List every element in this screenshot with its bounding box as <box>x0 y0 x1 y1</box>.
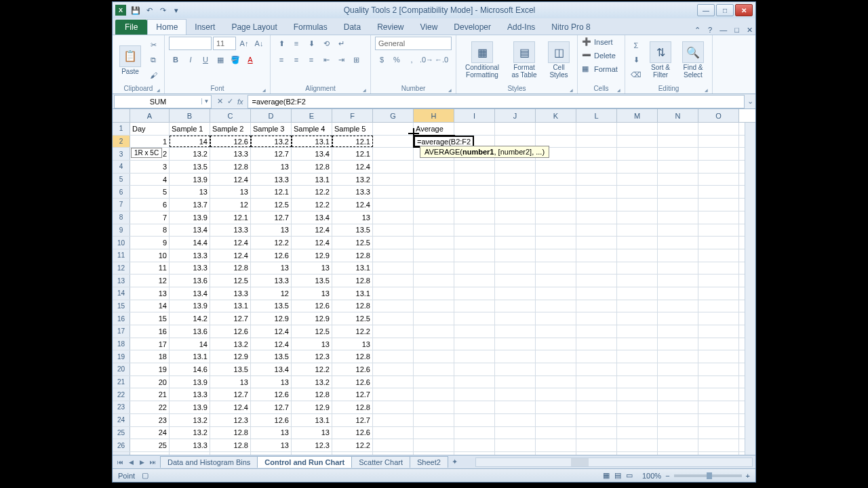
cell[interactable]: 17 <box>130 338 170 350</box>
cell[interactable] <box>658 186 698 198</box>
col-header-G[interactable]: G <box>373 109 414 122</box>
cell[interactable] <box>698 325 739 338</box>
cell[interactable]: 13 <box>210 376 251 388</box>
qat-save[interactable]: 💾 <box>130 4 142 16</box>
cell[interactable]: 19 <box>130 363 170 375</box>
row-header[interactable]: 20 <box>113 363 130 375</box>
cell[interactable] <box>495 325 536 338</box>
row-header[interactable]: 9 <box>113 224 130 237</box>
cell[interactable]: 12.5 <box>251 199 292 211</box>
cell[interactable]: 12.6 <box>210 325 251 338</box>
cell[interactable] <box>373 312 414 325</box>
cell[interactable]: 13 <box>332 211 373 224</box>
cell[interactable] <box>576 123 617 135</box>
cell[interactable] <box>454 199 495 211</box>
cell[interactable] <box>576 300 617 312</box>
conditional-formatting-button[interactable]: ▦Conditional Formatting <box>460 40 504 80</box>
cell[interactable]: 13.2 <box>170 414 210 426</box>
formula-input[interactable]: =average(B2:F2 <box>248 95 745 108</box>
cell[interactable] <box>658 211 698 224</box>
cell[interactable] <box>536 427 576 439</box>
cell[interactable] <box>658 249 698 262</box>
cell[interactable]: 14.2 <box>170 312 210 325</box>
cell[interactable]: 12 <box>251 287 292 300</box>
cell[interactable] <box>373 174 414 186</box>
cell[interactable]: 12.9 <box>210 350 251 363</box>
cell[interactable] <box>617 427 658 439</box>
cell[interactable] <box>373 325 414 338</box>
zoom-level[interactable]: 100% <box>642 472 661 480</box>
cell[interactable]: Sample 3 <box>251 123 292 135</box>
qat-customize[interactable]: ▾ <box>170 4 182 16</box>
percent-button[interactable]: % <box>390 53 403 66</box>
cell[interactable] <box>414 161 454 173</box>
cell[interactable] <box>658 262 698 274</box>
cell[interactable]: 12.1 <box>251 186 292 198</box>
cut-button[interactable]: ✂ <box>146 39 160 52</box>
row-header[interactable]: 17 <box>113 325 130 338</box>
help-icon[interactable]: ? <box>708 26 712 34</box>
cell[interactable]: 13 <box>170 186 210 198</box>
cell[interactable]: 13.5 <box>251 300 292 312</box>
cell[interactable] <box>576 148 617 160</box>
col-header-J[interactable]: J <box>495 109 536 122</box>
cell[interactable] <box>414 401 454 413</box>
row-header[interactable]: 15 <box>113 300 130 312</box>
row-header[interactable]: 12 <box>113 262 130 274</box>
row-header[interactable]: 24 <box>113 414 130 426</box>
cell[interactable] <box>658 388 698 401</box>
align-right-button[interactable]: ≡ <box>304 53 318 66</box>
horizontal-scrollbar[interactable] <box>475 458 753 467</box>
cell[interactable] <box>536 186 576 198</box>
paste-button[interactable]: 📋 Paste <box>117 44 144 77</box>
cell[interactable]: Sample 2 <box>210 123 251 135</box>
row-header[interactable]: 8 <box>113 211 130 224</box>
cell[interactable] <box>130 452 170 455</box>
cell[interactable]: 12.6 <box>332 363 373 375</box>
cell[interactable]: 24 <box>130 427 170 439</box>
cell[interactable]: 10 <box>130 249 170 262</box>
cell[interactable]: Sample 1 <box>170 123 210 135</box>
cell[interactable] <box>495 363 536 375</box>
tab-review[interactable]: Review <box>369 20 412 35</box>
cell[interactable]: 13.4 <box>170 287 210 300</box>
cell[interactable]: 13.3 <box>332 186 373 198</box>
cell[interactable] <box>414 414 454 426</box>
cell[interactable] <box>536 274 576 287</box>
enter-formula-icon[interactable]: ✓ <box>227 97 233 106</box>
decrease-decimal-button[interactable]: ←.0 <box>435 53 448 66</box>
cell[interactable] <box>495 186 536 198</box>
cell[interactable]: 13.5 <box>332 224 373 237</box>
cell[interactable]: 13.4 <box>251 363 292 375</box>
cell[interactable]: 12.7 <box>332 388 373 401</box>
cell[interactable] <box>617 211 658 224</box>
underline-button[interactable]: U <box>199 53 212 66</box>
cell[interactable] <box>251 452 292 455</box>
cell[interactable] <box>658 148 698 160</box>
row-header[interactable]: 25 <box>113 427 130 439</box>
cell[interactable]: 12.8 <box>292 161 332 173</box>
cell[interactable]: 13.3 <box>251 274 292 287</box>
cell[interactable] <box>414 350 454 363</box>
cell[interactable] <box>373 148 414 160</box>
cell[interactable]: 12.5 <box>332 312 373 325</box>
cell[interactable]: 12.1 <box>210 211 251 224</box>
cell[interactable] <box>332 452 373 455</box>
increase-indent-button[interactable]: ⇥ <box>334 53 348 66</box>
cell[interactable] <box>414 199 454 211</box>
cell[interactable] <box>536 325 576 338</box>
cell[interactable] <box>698 376 739 388</box>
copy-button[interactable]: ⧉ <box>146 54 160 67</box>
cell[interactable] <box>536 237 576 249</box>
page-layout-view-button[interactable]: ▤ <box>614 471 621 479</box>
cell[interactable]: 13.2 <box>170 148 210 160</box>
increase-font-icon[interactable]: A↑ <box>237 37 251 50</box>
cell[interactable] <box>698 338 739 350</box>
cell[interactable] <box>698 262 739 274</box>
cell[interactable] <box>454 237 495 249</box>
cell[interactable]: 13 <box>251 427 292 439</box>
cell[interactable]: 13 <box>251 376 292 388</box>
maximize-button[interactable]: □ <box>716 4 734 16</box>
cell[interactable] <box>536 363 576 375</box>
cell[interactable]: 12.3 <box>210 414 251 426</box>
